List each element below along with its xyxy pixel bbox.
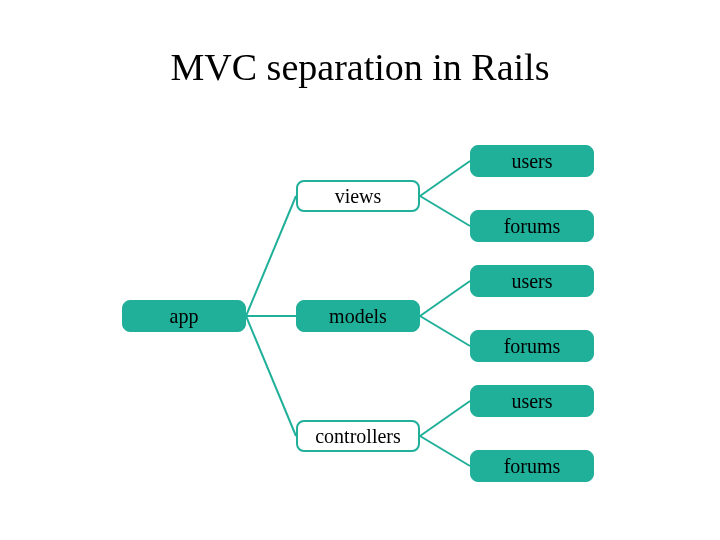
svg-line-5 [420,281,470,316]
node-controllers: controllers [296,420,420,452]
node-models: models [296,300,420,332]
diagram-title: MVC separation in Rails [0,45,720,89]
svg-line-0 [246,196,296,316]
svg-line-6 [420,316,470,346]
svg-line-3 [420,161,470,196]
svg-line-4 [420,196,470,226]
node-views-forums: forums [470,210,594,242]
svg-line-8 [420,436,470,466]
node-controllers-forums: forums [470,450,594,482]
node-app: app [122,300,246,332]
node-models-forums: forums [470,330,594,362]
node-models-users: users [470,265,594,297]
svg-line-7 [420,401,470,436]
svg-line-2 [246,316,296,436]
node-views-users: users [470,145,594,177]
node-views: views [296,180,420,212]
node-controllers-users: users [470,385,594,417]
